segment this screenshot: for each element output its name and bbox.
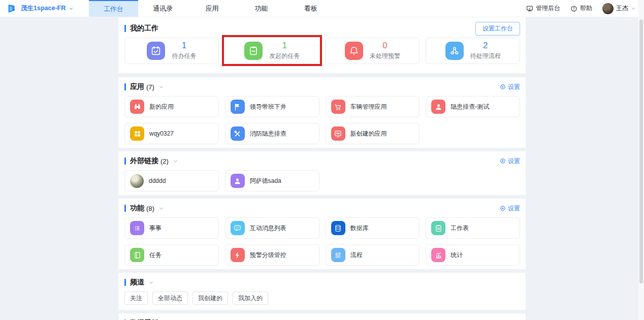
collapse-chevron-icon[interactable] xyxy=(158,206,164,211)
link-label: ddddd xyxy=(149,177,166,184)
channel-tab-created-by-me[interactable]: 我创建的 xyxy=(192,292,228,305)
collapse-chevron-icon[interactable] xyxy=(173,158,178,164)
help-label: 帮助 xyxy=(580,4,592,13)
app-label: 隐患排查-测试 xyxy=(450,103,489,111)
feature-card[interactable]: 流程 xyxy=(326,244,420,266)
stat-card-todo-tasks[interactable]: 1 待办任务 xyxy=(124,38,219,64)
app-card[interactable]: 车辆管理应用 xyxy=(326,96,420,117)
person-icon xyxy=(431,100,445,114)
tab-apps[interactable]: 应用 xyxy=(187,0,237,17)
app-label: 新创建的应用 xyxy=(350,130,387,138)
stat-card-initiated-tasks[interactable]: 1 发起的任务 xyxy=(225,38,319,64)
org-switcher[interactable]: 茂生1space-FR xyxy=(0,0,89,17)
app-card[interactable]: 领导带班下井 xyxy=(225,96,319,117)
grid-icon xyxy=(130,126,144,141)
feature-card[interactable]: 统计 xyxy=(426,244,520,266)
gear-icon xyxy=(500,84,506,90)
feature-card[interactable]: 预警分级管控 xyxy=(225,244,319,266)
settings-label: 设置 xyxy=(508,204,520,213)
section-channels: 频道 关注 全部动态 我创建的 我加入的 xyxy=(118,273,526,310)
cart-icon xyxy=(331,100,345,114)
tab-features[interactable]: 功能 xyxy=(237,0,286,17)
help-button[interactable]: 帮助 xyxy=(570,4,592,13)
todo-label: 待办任务 xyxy=(172,52,196,60)
share-nodes-icon xyxy=(445,42,464,60)
apps-settings-link[interactable]: 设置 xyxy=(500,83,520,91)
initiated-count: 1 xyxy=(269,41,300,51)
tab-workbench[interactable]: 工作台 xyxy=(89,0,138,17)
feature-card[interactable]: 数据库 xyxy=(326,217,420,239)
external-link-card[interactable]: 阿萨德sada xyxy=(225,170,319,191)
section-count: (8) xyxy=(146,205,154,212)
feature-card[interactable]: 任务 xyxy=(124,244,219,266)
app-label: 领导带班下井 xyxy=(250,103,286,111)
lightning-icon xyxy=(231,248,245,262)
feature-label: 流程 xyxy=(350,251,363,260)
section-title: 频道 xyxy=(130,278,144,287)
app-card[interactable]: 隐患排查-测试 xyxy=(426,96,520,117)
channel-tab-following[interactable]: 关注 xyxy=(124,292,148,305)
collapse-chevron-icon[interactable] xyxy=(148,280,154,285)
sliders-icon xyxy=(331,248,345,262)
gear-icon xyxy=(500,158,506,164)
app-label: wqy0327 xyxy=(149,130,174,137)
monitor-icon xyxy=(526,5,533,12)
workbench-content: 我的工作 设置工作台 1 待办任务 1 发起 xyxy=(118,17,526,320)
section-my-work: 我的工作 设置工作台 1 待办任务 1 发起 xyxy=(118,17,526,73)
channel-tab-joined[interactable]: 我加入的 xyxy=(233,292,268,305)
database-icon xyxy=(331,221,345,235)
app-card[interactable]: 新的应用 xyxy=(124,96,219,117)
app-label: 车辆管理应用 xyxy=(350,103,387,111)
feature-card[interactable]: 互动消息列表 xyxy=(225,217,319,239)
chevron-down-icon xyxy=(631,6,636,11)
scrollbar-thumb[interactable] xyxy=(639,19,643,283)
external-links-settings-link[interactable]: 设置 xyxy=(500,157,520,166)
section-title: 我的工作 xyxy=(130,24,158,33)
vertical-scrollbar[interactable] xyxy=(638,0,644,320)
list-icon xyxy=(130,221,144,235)
section-title: 应用 xyxy=(130,82,144,91)
app-label: 消防隐患排查 xyxy=(250,130,286,138)
stat-card-unhandled-alerts[interactable]: 0 未处理预警 xyxy=(326,38,420,64)
clipboard-icon xyxy=(244,42,263,60)
avatar xyxy=(602,3,614,14)
tab-contacts[interactable]: 通讯录 xyxy=(138,0,187,17)
features-settings-link[interactable]: 设置 xyxy=(500,204,520,213)
app-card[interactable]: 消防隐患排查 xyxy=(225,123,319,144)
section-features: 功能 (8) 设置 事事 互动消息列表 xyxy=(118,199,526,269)
flag-icon xyxy=(231,100,245,114)
section-accent-bar xyxy=(124,157,126,165)
section-accent-bar xyxy=(124,279,126,286)
app-card[interactable]: 新创建的应用 xyxy=(326,123,420,144)
admin-console-label: 管理后台 xyxy=(536,4,560,13)
feature-card[interactable]: 工作表 xyxy=(426,217,520,239)
stat-card-pending-flows[interactable]: 2 待处理流程 xyxy=(426,38,520,64)
admin-console-button[interactable]: 管理后台 xyxy=(526,4,560,13)
feature-label: 事事 xyxy=(149,224,162,233)
book-icon xyxy=(130,248,144,262)
configure-workbench-button[interactable]: 设置工作台 xyxy=(475,22,520,36)
user-name: 王杰 xyxy=(616,4,628,13)
settings-label: 设置 xyxy=(508,83,520,91)
section-external-links: 外部链接 (2) 设置 ddddd 阿萨德sada xyxy=(118,151,526,195)
gear-icon xyxy=(500,205,506,211)
chevron-down-icon xyxy=(69,6,74,11)
section-data-dashboard: 数据看板 (1) xyxy=(118,313,526,320)
org-name: 茂生1space-FR xyxy=(21,4,66,13)
app-card[interactable]: wqy0327 xyxy=(124,123,219,144)
worksheet-icon xyxy=(431,221,445,235)
stats-icon xyxy=(431,248,445,262)
section-accent-bar xyxy=(124,25,126,32)
external-link-card[interactable]: ddddd xyxy=(124,170,219,191)
feature-card[interactable]: 事事 xyxy=(124,217,219,239)
user-menu[interactable]: 王杰 xyxy=(602,3,636,14)
channel-tab-all-activity[interactable]: 全部动态 xyxy=(152,292,188,305)
initiated-label: 发起的任务 xyxy=(269,52,300,60)
tab-boards[interactable]: 看板 xyxy=(286,0,335,17)
tools-icon xyxy=(231,126,245,141)
calendar-check-icon xyxy=(147,42,165,60)
feature-label: 统计 xyxy=(450,251,463,260)
feature-label: 数据库 xyxy=(350,224,369,233)
collapse-chevron-icon[interactable] xyxy=(158,84,164,90)
flows-count: 2 xyxy=(470,41,501,51)
